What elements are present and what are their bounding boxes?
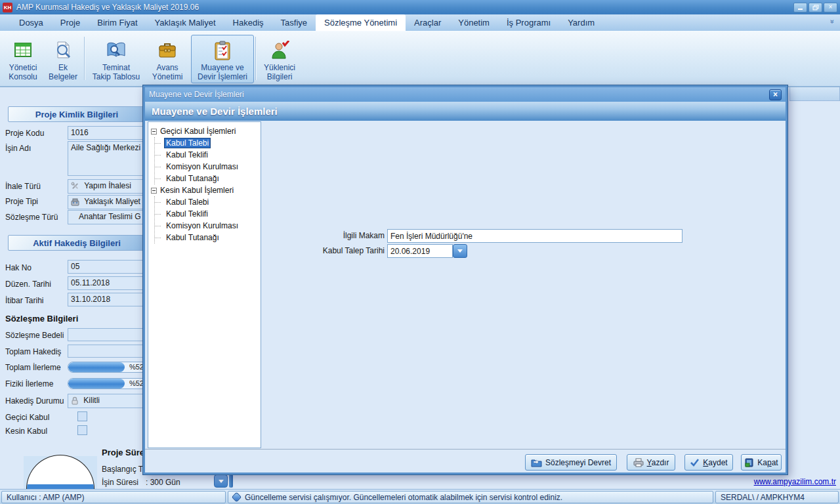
field-label: İhale Türü (5, 182, 41, 191)
exit-icon (744, 458, 754, 467)
tree-item-kabul-talebi-2[interactable]: Kabul Talebi (155, 196, 259, 208)
field-label: Toplam Hakediş (5, 347, 61, 356)
itibar-tarihi-field[interactable]: 31.10.2018 (68, 293, 147, 306)
book-search-icon (106, 39, 127, 62)
tree-item-kabul-teklifi-2[interactable]: Kabul Teklifi (155, 208, 259, 220)
duzen-tarihi-field[interactable]: 05.11.2018 (68, 276, 147, 290)
close-button[interactable]: × (824, 3, 837, 12)
toolbar-button-yonetici-konsolu[interactable]: YöneticiKonsolu (3, 35, 43, 83)
ihale-turu-value: Yapım İhalesi (84, 181, 131, 190)
muayene-devir-dialog: Muayene ve Devir İşlemleri × Muayene ve … (143, 85, 788, 474)
menu-sozlesme-yonetimi[interactable]: Sözleşme Yönetimi (316, 14, 406, 31)
proje-tipi-value: Yaklaşık Maliyet (84, 197, 140, 206)
progress-fill (68, 379, 125, 388)
operations-tree: Geçici Kabul İşlemleri Kabul Talebi Kabu… (148, 121, 261, 448)
baslangic-label: Başlangıç T (102, 465, 143, 474)
isin-suresi-label: İşin Süresi (102, 478, 138, 487)
ilgili-makam-input[interactable] (387, 229, 682, 243)
menu-araclar[interactable]: Araçlar (406, 14, 450, 31)
toplam-ilerleme-progressbar: %52 (68, 362, 147, 373)
fiziki-ilerleme-progressbar: %52 (68, 378, 147, 389)
hak-no-field[interactable]: 05 (68, 260, 147, 274)
progress-fill (68, 362, 125, 372)
menu-yonetim[interactable]: Yönetim (450, 14, 498, 31)
tree-item-kabul-tutanagi[interactable]: Kabul Tutanağı (155, 173, 259, 184)
menu-dosya[interactable]: Dosya (10, 14, 52, 31)
tree-item-komisyon-kurulmasi-2[interactable]: Komisyon Kurulması (155, 220, 259, 232)
menu-is-programi[interactable]: İş Programı (498, 14, 559, 31)
panel-expand-button[interactable] (214, 474, 228, 488)
menu-yaklasik-maliyet[interactable]: Yaklaşık Maliyet (146, 14, 224, 31)
window-titlebar: KH AMP Kurumsal Hakediş ve Yaklaşık Mali… (0, 0, 840, 14)
toolbar-button-avans-yonetimi[interactable]: AvansYönetimi (146, 35, 189, 83)
toolbar-button-yuklenici-bilgileri[interactable]: YükleniciBilgileri (257, 35, 302, 83)
sozlesmeyi-devret-button[interactable]: Sözleşmeyi Devret (525, 454, 617, 471)
kaydet-button[interactable]: Kaydet (684, 454, 733, 471)
section-header-proje-kimlik: Proje Kimlik Bilgileri (8, 106, 146, 122)
dialog-close-button[interactable]: × (769, 89, 782, 100)
status-host-text: SERDAL\ / AMPKHYM4 (721, 493, 805, 502)
printer-icon (633, 458, 644, 467)
field-label: İtibar Tarihi (5, 296, 43, 305)
dialog-header: Muayene ve Devir İşlemleri (145, 102, 786, 121)
sozlesme-turu-field[interactable]: Anahtar Teslimi G (68, 210, 147, 224)
toolbar-button-ek-belgeler[interactable]: EkBelgeler (44, 35, 82, 83)
button-label: Sözleşmeyi Devret (545, 458, 611, 467)
menu-yardim[interactable]: Yardım (559, 14, 603, 31)
progress-value: %52 (129, 379, 144, 387)
tree-item-kabul-teklifi[interactable]: Kabul Teklifi (155, 149, 259, 161)
admin-console-icon (13, 39, 33, 62)
toplam-hakedis-field[interactable] (68, 345, 147, 358)
isin-suresi-value: : 300 Gün (146, 478, 180, 487)
toolbar-separator (255, 37, 256, 80)
sozlesme-bedeli-field[interactable] (68, 328, 147, 341)
kesin-kabul-checkbox[interactable] (77, 425, 87, 435)
app-window: KH AMP Kurumsal Hakediş ve Yaklaşık Mali… (0, 0, 840, 504)
button-label: Yazdır (647, 458, 669, 467)
tree-item-komisyon-kurulmasi[interactable]: Komisyon Kurulması (155, 161, 259, 173)
progress-value: %52 (129, 363, 144, 371)
section-label-sozlesme-bilgileri: Sözleşme Bilgileri (5, 314, 78, 324)
gecici-kabul-checkbox[interactable] (77, 411, 87, 421)
website-link[interactable]: www.ampyazilim.com.tr (754, 477, 836, 486)
toolbar-button-label: YükleniciBilgileri (264, 63, 295, 81)
menu-bar: Dosya Proje Birim Fiyat Yaklaşık Maliyet… (0, 14, 840, 31)
tree-item-kabul-tutanagi-2[interactable]: Kabul Tutanağı (155, 232, 259, 243)
tree-group-label: Geçici Kabul İşlemleri (160, 127, 236, 136)
toolbar-button-teminat-takip[interactable]: TeminatTakip Tablosu (86, 35, 146, 83)
proje-tipi-field[interactable]: Yaklaşık Maliyet (68, 195, 147, 209)
toolbar-button-label: EkBelgeler (49, 63, 77, 81)
tree-group-kesin-kabul[interactable]: Kesin Kabul İşlemleri (150, 184, 259, 196)
kabul-talep-tarihi-input[interactable] (387, 244, 453, 258)
field-label: Proje Tipi (5, 197, 38, 206)
field-label: Sözleşme Bedeli (5, 331, 64, 340)
toolbar-button-muayene-devir[interactable]: Muayene veDevir İşlemleri (191, 35, 254, 83)
menu-proje[interactable]: Proje (52, 14, 89, 31)
menu-tasfiye[interactable]: Tasfiye (272, 14, 316, 31)
tree-group-gecici-kabul[interactable]: Geçici Kabul İşlemleri (150, 125, 259, 137)
dialog-titlebar[interactable]: Muayene ve Devir İşlemleri × (145, 87, 786, 102)
collapse-icon[interactable] (151, 188, 157, 194)
restore-button[interactable] (808, 3, 822, 12)
yazdir-button[interactable]: Yazdır (627, 454, 675, 471)
status-host-section: SERDAL\ / AMPKHYM4 (715, 491, 839, 503)
date-dropdown-button[interactable] (453, 244, 467, 258)
menu-birim-fiyat[interactable]: Birim Fiyat (89, 14, 146, 31)
kapat-button[interactable]: Kapat (741, 454, 782, 471)
panel-splitter[interactable] (229, 474, 233, 488)
briefcase-icon (157, 39, 178, 62)
isin-adi-field[interactable]: Aile Sağlığı Merkezi Y (68, 141, 147, 176)
ihale-turu-field[interactable]: Yapım İhalesi (68, 179, 147, 194)
menu-hakedis[interactable]: Hakediş (224, 14, 272, 31)
collapse-icon[interactable] (151, 129, 157, 135)
minimize-button[interactable] (793, 3, 807, 12)
tree-item-kabul-talebi[interactable]: Kabul Talebi (155, 137, 259, 149)
hakedis-durumu-field[interactable]: Kilitli (68, 394, 147, 408)
proje-kodu-field[interactable]: 1016 (68, 126, 147, 140)
machine-icon (71, 198, 79, 206)
field-label: Hak No (5, 263, 32, 272)
button-label: Kaydet (703, 458, 727, 467)
status-message-section: Güncelleme servisi çalışmıyor. Güncellem… (228, 491, 713, 503)
ribbon-collapse-icon[interactable]: « (828, 20, 835, 24)
field-label: Düzen. Tarihi (5, 280, 51, 289)
